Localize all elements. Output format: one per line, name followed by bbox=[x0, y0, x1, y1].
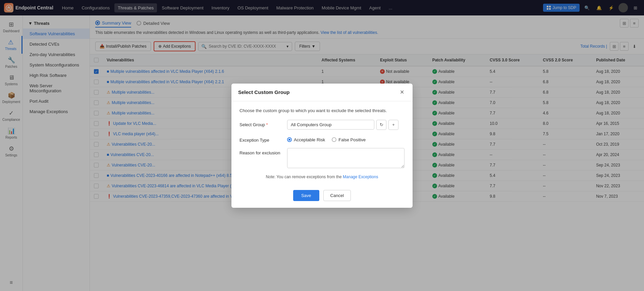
exception-type-row: Exception Type Acceptable Risk False Pos… bbox=[239, 135, 405, 143]
cancel-button[interactable]: Cancel bbox=[323, 190, 351, 201]
reason-for-exclusion-row: Reason for exclusion bbox=[239, 148, 405, 169]
false-positive-radio[interactable] bbox=[332, 137, 336, 142]
false-positive-option[interactable]: False Positive bbox=[332, 137, 366, 142]
manage-exceptions-link[interactable]: Manage Exceptions bbox=[343, 175, 378, 179]
required-indicator: * bbox=[266, 122, 268, 127]
modal-close-button[interactable]: ✕ bbox=[398, 88, 406, 96]
group-input-wrapper: ↻ + bbox=[287, 120, 405, 130]
modal-body: Choose the custom group to which you wan… bbox=[231, 101, 413, 186]
modal-description: Choose the custom group to which you wan… bbox=[239, 108, 405, 113]
modal-footer: Save Cancel bbox=[231, 186, 413, 208]
note-text: Note: You can remove exceptions from the… bbox=[239, 175, 405, 179]
reason-textarea[interactable] bbox=[287, 148, 405, 168]
exception-type-radio-group: Acceptable Risk False Positive bbox=[287, 135, 405, 142]
select-group-label: Select Group * bbox=[239, 120, 283, 127]
exception-type-control: Acceptable Risk False Positive bbox=[287, 135, 405, 142]
add-group-button[interactable]: + bbox=[388, 120, 398, 130]
modal-overlay: Select Custom Group ✕ Choose the custom … bbox=[0, 0, 644, 291]
save-button[interactable]: Save bbox=[293, 190, 319, 201]
acceptable-risk-option[interactable]: Acceptable Risk bbox=[287, 137, 325, 142]
modal-header: Select Custom Group ✕ bbox=[231, 84, 413, 101]
reason-label: Reason for exclusion bbox=[239, 148, 283, 155]
modal-title: Select Custom Group bbox=[238, 89, 289, 95]
select-group-row: Select Group * ↻ + bbox=[239, 120, 405, 130]
reason-control bbox=[287, 148, 405, 169]
group-input-field[interactable] bbox=[287, 120, 374, 130]
acceptable-risk-radio[interactable] bbox=[287, 137, 292, 142]
refresh-group-button[interactable]: ↻ bbox=[376, 120, 386, 130]
select-group-control: ↻ + bbox=[287, 120, 405, 130]
select-custom-group-modal: Select Custom Group ✕ Choose the custom … bbox=[231, 84, 413, 208]
exception-type-label: Exception Type bbox=[239, 135, 283, 143]
